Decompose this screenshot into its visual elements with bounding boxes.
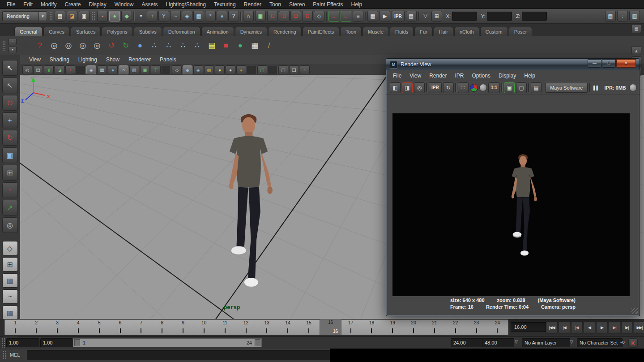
frame-6[interactable]: 6	[110, 320, 131, 335]
shelf-tab-dynamics[interactable]: Dynamics	[235, 27, 267, 36]
make-live-icon[interactable]: ◇	[314, 11, 324, 22]
render-menu-view[interactable]: View	[405, 72, 425, 80]
render-region-icon[interactable]: ∷	[458, 82, 469, 93]
keep-image-icon[interactable]: ▣	[504, 82, 515, 93]
rgb-channels-icon[interactable]	[470, 84, 478, 92]
drag-handle[interactable]	[2, 338, 5, 348]
persp-graph-layout-button[interactable]: ~	[2, 289, 18, 304]
frame-22[interactable]: 22	[445, 320, 466, 335]
drag-handle[interactable]	[49, 11, 52, 21]
open-render-settings-icon[interactable]: ▤	[531, 82, 542, 93]
range-slider[interactable]: 1 24	[73, 338, 262, 347]
range-end-handle[interactable]	[255, 339, 260, 346]
tool-settings-toggle-icon[interactable]: :	[617, 11, 628, 22]
frame-14[interactable]: 14	[277, 320, 299, 335]
mask-deformations-icon[interactable]: ▦	[193, 11, 204, 22]
viewport-menu-view[interactable]: View	[25, 56, 45, 64]
camera-dolly-icon[interactable]: ◎	[90, 39, 104, 53]
mask-expand-icon[interactable]: ▾	[136, 11, 146, 21]
shelf-tab-surfaces[interactable]: Surfaces	[71, 27, 101, 36]
symmetry-icon[interactable]: ⊞	[431, 11, 442, 22]
field-chart-icon[interactable]: ▧	[129, 65, 139, 74]
shelf-tab-poser[interactable]: Poser	[509, 27, 533, 36]
isolate-select-icon[interactable]: ▢	[257, 65, 267, 74]
node-editor-icon[interactable]: ▤	[205, 39, 218, 53]
shelf-tab-polygons[interactable]: Polygons	[102, 27, 132, 36]
scale-tool-icon[interactable]: ▣	[2, 147, 18, 163]
menu-paint-effects[interactable]: Paint Effects	[309, 0, 347, 9]
animation-start-field[interactable]: 1.00	[6, 338, 39, 347]
x-input[interactable]	[452, 12, 477, 21]
maximize-button[interactable]: □	[602, 59, 616, 68]
character-set-select[interactable]: No Character Set	[577, 338, 623, 347]
animation-end-field[interactable]: 48.00	[482, 338, 514, 347]
menu-stereo[interactable]: Stereo	[285, 0, 309, 9]
camera-roll-icon[interactable]: ◎	[62, 39, 75, 53]
z-input[interactable]	[522, 12, 547, 21]
set-key-icon[interactable]: -o	[620, 339, 625, 345]
shelf-tab-rendering[interactable]: Rendering	[268, 27, 302, 36]
shelf-menu-button[interactable]: ▾	[9, 46, 17, 53]
viewport-menu-panels[interactable]: Panels	[155, 56, 181, 64]
rendered-image-area[interactable]	[392, 113, 630, 296]
frame-15[interactable]: 15	[299, 320, 320, 335]
shelf-tab-general[interactable]: General	[14, 27, 43, 36]
anim-layer-select[interactable]: No Anim Layer	[522, 338, 570, 347]
mask-rendering-icon[interactable]: ●	[217, 11, 227, 22]
menu-texturing[interactable]: Texturing	[210, 0, 240, 9]
drag-handle[interactable]	[2, 41, 5, 51]
group-nodes-icon[interactable]: ▦	[248, 39, 261, 53]
new-scene-icon[interactable]: ▤	[55, 11, 65, 22]
drag-handle[interactable]	[3, 350, 6, 360]
menu-modify[interactable]: Modify	[37, 0, 60, 9]
shaded-icon[interactable]: ◆	[183, 65, 192, 74]
menu-edit[interactable]: Edit	[19, 0, 37, 9]
graph-editor-icon[interactable]: ∴	[148, 39, 161, 53]
image-plane-icon[interactable]: ◪	[55, 65, 64, 74]
camera-attributes-icon[interactable]: ▤	[33, 65, 43, 74]
remove-image-icon[interactable]: ▢	[516, 82, 527, 93]
render-current-frame-icon[interactable]: ▶	[380, 11, 390, 22]
wireframe-icon[interactable]: ◇	[172, 65, 182, 74]
render-menu-ipr[interactable]: IPR	[451, 72, 468, 80]
render-view-icon[interactable]: ▦	[367, 11, 378, 22]
frame-13[interactable]: 13	[256, 320, 277, 335]
menu-display[interactable]: Display	[85, 0, 110, 9]
frame-23[interactable]: 23	[466, 320, 487, 335]
frame-24[interactable]: 24	[487, 320, 508, 335]
menu-toon[interactable]: Toon	[265, 0, 285, 9]
menu-create[interactable]: Create	[60, 0, 85, 9]
refresh-ipr-icon[interactable]: ↻	[443, 82, 454, 93]
go-to-end-button[interactable]: ▶▶|	[634, 321, 644, 334]
four-pane-layout-button[interactable]: ⊞	[2, 257, 18, 272]
select-component-icon[interactable]: ◆	[121, 11, 132, 22]
show-manipulator-icon[interactable]: ↗	[2, 200, 18, 215]
shelf-tab-deformation[interactable]: Deformation	[163, 27, 200, 36]
render-settings-icon[interactable]: ▤	[406, 11, 417, 22]
shelf-tab-fluids[interactable]: Fluids	[390, 27, 414, 36]
drag-handle[interactable]	[92, 11, 95, 21]
move-tool-icon[interactable]: +	[2, 112, 18, 128]
step-back-key-button[interactable]: |◀	[571, 321, 583, 334]
frame-1[interactable]: 1	[5, 320, 26, 335]
shelf-tab-muscle[interactable]: Muscle	[363, 27, 389, 36]
y-input[interactable]	[487, 12, 512, 21]
step-forward-frame-button[interactable]: ▶|	[621, 321, 633, 334]
auto-keyframe-toggle-icon[interactable]: K	[628, 338, 638, 348]
render-menu-options[interactable]: Options	[468, 72, 495, 80]
mask-joints-icon[interactable]: Y	[158, 11, 169, 22]
hypergraph-connections-icon[interactable]: ∴	[191, 39, 204, 53]
snapshot-icon[interactable]: ◎	[414, 82, 425, 93]
current-frame-marker[interactable]: 16 16	[320, 319, 341, 335]
transform-node-icon[interactable]: ■	[219, 39, 233, 53]
delete-unused-nodes-icon[interactable]: ●	[133, 39, 147, 53]
frame-3[interactable]: 3	[47, 320, 68, 335]
output-connections-icon[interactable]: ←	[341, 11, 351, 22]
rotate-tool-icon[interactable]: ↻	[2, 130, 18, 146]
chevron-down-icon[interactable]: ▼	[38, 12, 47, 21]
light-yellow-icon[interactable]: ●	[215, 65, 225, 74]
separator[interactable]	[455, 83, 456, 92]
snap-grid-icon[interactable]: Ω	[267, 11, 278, 22]
pause-ipr-icon[interactable]: ▌▌	[592, 83, 601, 93]
close-button[interactable]: ×	[616, 59, 636, 68]
